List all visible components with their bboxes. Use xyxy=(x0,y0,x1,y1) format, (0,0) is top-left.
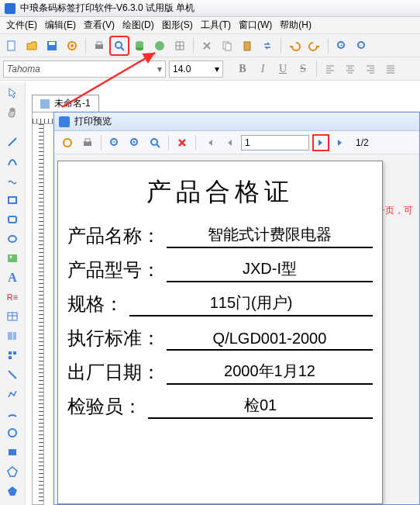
preview-next-button[interactable] xyxy=(312,134,329,151)
svg-rect-27 xyxy=(9,351,12,355)
preview-page-input[interactable] xyxy=(241,135,309,150)
zoom-in-button[interactable]: + xyxy=(333,37,350,54)
open-button[interactable] xyxy=(23,37,40,54)
document-tab-label: 未命名-1 xyxy=(54,97,91,110)
menu-shape[interactable]: 图形(S) xyxy=(159,17,196,33)
svg-rect-2 xyxy=(49,42,55,45)
menu-bar: 文件(E) 编辑(E) 查看(V) 绘图(D) 图形(S) 工具(T) 窗口(W… xyxy=(0,17,420,34)
align-right-button[interactable] xyxy=(362,61,379,78)
polyline-tool[interactable] xyxy=(3,385,22,403)
curve-tool[interactable] xyxy=(3,152,22,171)
document-tab[interactable]: 未命名-1 xyxy=(32,95,99,112)
separator xyxy=(193,38,194,54)
preview-zoom-button[interactable] xyxy=(146,134,164,151)
svg-rect-6 xyxy=(97,42,102,45)
menu-view[interactable]: 查看(V) xyxy=(81,17,118,33)
menu-draw[interactable]: 绘图(D) xyxy=(119,17,157,33)
copy-button[interactable] xyxy=(219,37,236,54)
qrcode-tool[interactable] xyxy=(3,346,22,365)
grid-button[interactable] xyxy=(171,37,188,54)
align-center-button[interactable] xyxy=(342,61,359,78)
new-button[interactable] xyxy=(3,37,20,54)
main-toolbar: + - xyxy=(0,34,420,57)
separator xyxy=(168,135,169,150)
polygon2-tool[interactable] xyxy=(3,482,22,500)
line-tool[interactable] xyxy=(3,133,22,151)
preview-print-button[interactable] xyxy=(79,134,96,151)
font-size-select[interactable]: 14.0 ▾ xyxy=(169,61,223,78)
preview-prev-button[interactable] xyxy=(221,134,238,151)
svg-rect-15 xyxy=(244,42,250,50)
roundrect-tool[interactable] xyxy=(3,210,22,229)
menu-window[interactable]: 窗口(W) xyxy=(236,17,275,33)
align-justify-button[interactable] xyxy=(382,61,399,78)
preview-close-button[interactable] xyxy=(174,134,191,151)
preview-last-button[interactable] xyxy=(332,134,349,151)
certificate-title: 产品合格证 xyxy=(67,175,373,209)
ellipse-tool[interactable] xyxy=(3,230,22,248)
preview-first-button[interactable] xyxy=(201,134,218,151)
svg-rect-21 xyxy=(9,197,16,203)
redo-button[interactable] xyxy=(306,37,323,54)
zoom-out-button[interactable]: - xyxy=(353,37,370,54)
pointer-tool[interactable] xyxy=(3,84,22,102)
menu-help[interactable]: 帮助(H) xyxy=(277,17,315,33)
cert-row: 执行标准：Q/LGD001-2000 xyxy=(67,326,373,351)
draw-tool[interactable] xyxy=(3,171,22,190)
menu-tools[interactable]: 工具(T) xyxy=(198,17,234,33)
cert-label: 产品型号： xyxy=(67,258,160,282)
svg-point-39 xyxy=(151,139,157,145)
arc-tool[interactable] xyxy=(3,404,22,423)
hand-tool[interactable] xyxy=(3,103,22,122)
rect-tool[interactable] xyxy=(3,191,22,209)
svg-rect-22 xyxy=(9,216,16,223)
menu-file[interactable]: 文件(E) xyxy=(3,17,40,33)
undo-button[interactable] xyxy=(286,37,303,54)
italic-button[interactable]: I xyxy=(254,61,271,78)
align-left-button[interactable] xyxy=(322,61,339,78)
image-tool[interactable] xyxy=(3,249,22,268)
save-button[interactable] xyxy=(43,37,60,54)
cert-label: 检验员： xyxy=(67,394,142,419)
paste-button[interactable] xyxy=(239,37,256,54)
preview-titlebar[interactable]: 打印预览 xyxy=(54,112,419,131)
svg-point-7 xyxy=(115,42,122,48)
svg-point-31 xyxy=(9,429,16,437)
richtext-tool[interactable]: R≡ xyxy=(3,288,22,306)
database-button[interactable] xyxy=(131,37,148,54)
table-tool[interactable] xyxy=(3,307,22,326)
circle2-tool[interactable] xyxy=(3,424,22,442)
text-tool[interactable]: A xyxy=(3,268,22,287)
line2-tool[interactable] xyxy=(3,365,22,384)
svg-rect-0 xyxy=(8,41,15,50)
print-preview-button[interactable] xyxy=(111,37,128,54)
preview-page: 产品合格证 产品名称：智能式计费限电器 产品型号：JXD-I型 规格：115门(… xyxy=(57,161,383,504)
preview-settings-button[interactable] xyxy=(59,134,76,151)
preview-zoomout-button[interactable] xyxy=(106,134,123,151)
settings-button[interactable] xyxy=(64,37,81,54)
globe-button[interactable] xyxy=(151,37,168,54)
title-bar: 中琅条码标签打印软件-V6.3.0 试用版 单机 xyxy=(0,0,420,17)
separator xyxy=(85,38,86,54)
barcode-tool[interactable] xyxy=(3,327,22,345)
print-button[interactable] xyxy=(91,37,108,54)
strike-button[interactable]: S xyxy=(294,61,312,78)
ruler-vertical xyxy=(32,124,44,505)
filledrect-tool[interactable] xyxy=(3,443,22,462)
cut-button[interactable] xyxy=(198,37,215,54)
preview-zoomin-button[interactable] xyxy=(126,134,143,151)
separator xyxy=(316,61,317,77)
svg-line-8 xyxy=(121,47,124,50)
font-name-select[interactable]: Tahoma ▾ xyxy=(3,61,166,78)
bold-button[interactable]: B xyxy=(234,61,251,78)
cert-row: 产品名称：智能式计费限电器 xyxy=(67,223,373,248)
cert-row: 检验员：检01 xyxy=(67,394,373,419)
polygon-tool[interactable] xyxy=(3,462,22,481)
cert-value: 115门(用户) xyxy=(129,292,373,316)
underline-button[interactable]: U xyxy=(274,61,291,78)
replace-button[interactable] xyxy=(259,37,276,54)
menu-edit[interactable]: 编辑(E) xyxy=(42,17,79,33)
cert-label: 规格： xyxy=(67,292,123,316)
preview-toolbar: 1/2 xyxy=(54,131,419,154)
font-name-value: Tahoma xyxy=(7,64,40,74)
